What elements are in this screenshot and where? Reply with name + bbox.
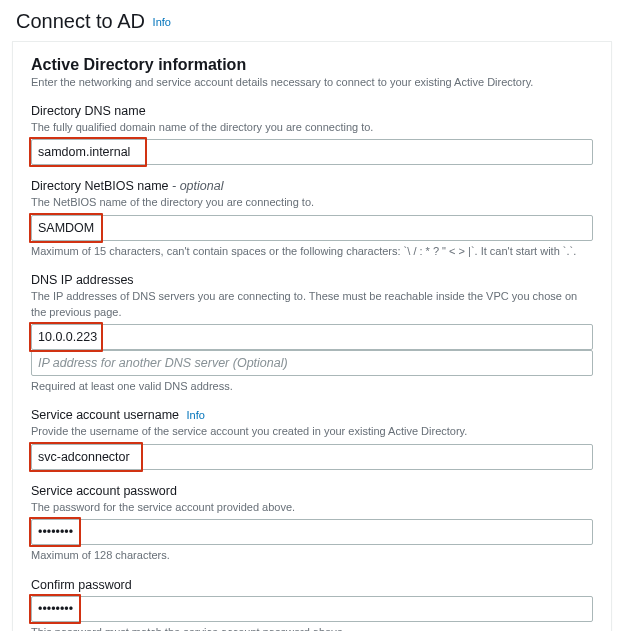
label-confirm-pass: Confirm password <box>31 578 593 592</box>
group-dns-ip: DNS IP addresses The IP addresses of DNS… <box>31 273 593 394</box>
input-dns-ip-1[interactable] <box>31 324 593 350</box>
help-below-confirm-pass: This password must match the service acc… <box>31 625 593 631</box>
label-netbios: Directory NetBIOS name - optional <box>31 179 593 193</box>
help-below-dns-ip: Required at least one valid DNS address. <box>31 379 593 394</box>
help-svc-user: Provide the username of the service acco… <box>31 424 593 439</box>
page-info-link[interactable]: Info <box>153 16 171 28</box>
group-svc-pass: Service account password The password fo… <box>31 484 593 564</box>
ad-info-panel: Active Directory information Enter the n… <box>12 41 612 631</box>
help-svc-pass: The password for the service account pro… <box>31 500 593 515</box>
label-svc-user-text: Service account username <box>31 408 179 422</box>
group-netbios: Directory NetBIOS name - optional The Ne… <box>31 179 593 259</box>
input-dns-name[interactable] <box>31 139 593 165</box>
input-dns-ip-2[interactable] <box>31 350 593 376</box>
group-dns-name: Directory DNS name The fully qualified d… <box>31 104 593 165</box>
label-svc-pass: Service account password <box>31 484 593 498</box>
help-dns-ip: The IP addresses of DNS servers you are … <box>31 289 593 320</box>
panel-description: Enter the networking and service account… <box>31 76 593 88</box>
label-svc-user: Service account username Info <box>31 408 593 422</box>
help-netbios: The NetBIOS name of the directory you ar… <box>31 195 593 210</box>
label-dns-name: Directory DNS name <box>31 104 593 118</box>
help-dns-name: The fully qualified domain name of the d… <box>31 120 593 135</box>
page-title: Connect to AD <box>16 10 145 32</box>
input-svc-pass[interactable] <box>31 519 593 545</box>
input-svc-user[interactable] <box>31 444 593 470</box>
help-below-netbios: Maximum of 15 characters, can't contain … <box>31 244 593 259</box>
page-header: Connect to AD Info <box>0 0 624 41</box>
label-dns-ip: DNS IP addresses <box>31 273 593 287</box>
input-confirm-pass[interactable] <box>31 596 593 622</box>
group-svc-user: Service account username Info Provide th… <box>31 408 593 469</box>
group-confirm-pass: Confirm password This password must matc… <box>31 578 593 631</box>
svc-user-info-link[interactable]: Info <box>186 409 204 421</box>
label-netbios-optional: - optional <box>169 179 224 193</box>
help-below-svc-pass: Maximum of 128 characters. <box>31 548 593 563</box>
input-netbios[interactable] <box>31 215 593 241</box>
label-netbios-text: Directory NetBIOS name <box>31 179 169 193</box>
panel-title: Active Directory information <box>31 56 593 74</box>
